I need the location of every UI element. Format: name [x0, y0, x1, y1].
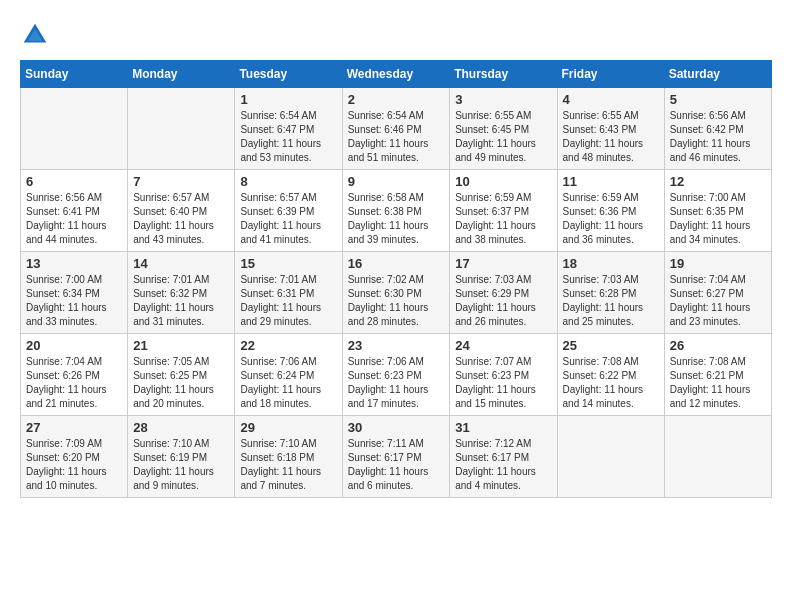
day-number: 15 [240, 256, 336, 271]
day-number: 27 [26, 420, 122, 435]
header-thursday: Thursday [450, 61, 557, 88]
day-info: Sunrise: 7:12 AMSunset: 6:17 PMDaylight:… [455, 437, 551, 493]
header-tuesday: Tuesday [235, 61, 342, 88]
day-number: 18 [563, 256, 659, 271]
calendar-cell: 8Sunrise: 6:57 AMSunset: 6:39 PMDaylight… [235, 170, 342, 252]
header-monday: Monday [128, 61, 235, 88]
day-info: Sunrise: 7:10 AMSunset: 6:18 PMDaylight:… [240, 437, 336, 493]
header-saturday: Saturday [664, 61, 771, 88]
calendar-cell: 21Sunrise: 7:05 AMSunset: 6:25 PMDayligh… [128, 334, 235, 416]
calendar-cell [128, 88, 235, 170]
day-info: Sunrise: 6:59 AMSunset: 6:37 PMDaylight:… [455, 191, 551, 247]
calendar-cell: 16Sunrise: 7:02 AMSunset: 6:30 PMDayligh… [342, 252, 450, 334]
day-number: 2 [348, 92, 445, 107]
day-number: 24 [455, 338, 551, 353]
header-sunday: Sunday [21, 61, 128, 88]
calendar-cell: 20Sunrise: 7:04 AMSunset: 6:26 PMDayligh… [21, 334, 128, 416]
calendar-cell: 6Sunrise: 6:56 AMSunset: 6:41 PMDaylight… [21, 170, 128, 252]
day-number: 7 [133, 174, 229, 189]
calendar-cell: 25Sunrise: 7:08 AMSunset: 6:22 PMDayligh… [557, 334, 664, 416]
logo [20, 20, 54, 50]
day-info: Sunrise: 7:04 AMSunset: 6:26 PMDaylight:… [26, 355, 122, 411]
logo-icon [20, 20, 50, 50]
week-row-1: 1Sunrise: 6:54 AMSunset: 6:47 PMDaylight… [21, 88, 772, 170]
calendar-cell: 10Sunrise: 6:59 AMSunset: 6:37 PMDayligh… [450, 170, 557, 252]
day-number: 30 [348, 420, 445, 435]
day-info: Sunrise: 7:00 AMSunset: 6:34 PMDaylight:… [26, 273, 122, 329]
day-number: 29 [240, 420, 336, 435]
calendar-cell: 11Sunrise: 6:59 AMSunset: 6:36 PMDayligh… [557, 170, 664, 252]
calendar-cell: 23Sunrise: 7:06 AMSunset: 6:23 PMDayligh… [342, 334, 450, 416]
day-number: 19 [670, 256, 766, 271]
day-number: 26 [670, 338, 766, 353]
day-info: Sunrise: 7:07 AMSunset: 6:23 PMDaylight:… [455, 355, 551, 411]
calendar-cell [557, 416, 664, 498]
day-number: 28 [133, 420, 229, 435]
day-info: Sunrise: 6:54 AMSunset: 6:47 PMDaylight:… [240, 109, 336, 165]
calendar-cell: 2Sunrise: 6:54 AMSunset: 6:46 PMDaylight… [342, 88, 450, 170]
day-number: 17 [455, 256, 551, 271]
calendar-cell: 14Sunrise: 7:01 AMSunset: 6:32 PMDayligh… [128, 252, 235, 334]
day-number: 23 [348, 338, 445, 353]
day-number: 20 [26, 338, 122, 353]
calendar-cell: 15Sunrise: 7:01 AMSunset: 6:31 PMDayligh… [235, 252, 342, 334]
calendar-cell: 22Sunrise: 7:06 AMSunset: 6:24 PMDayligh… [235, 334, 342, 416]
day-info: Sunrise: 7:06 AMSunset: 6:23 PMDaylight:… [348, 355, 445, 411]
day-info: Sunrise: 6:56 AMSunset: 6:42 PMDaylight:… [670, 109, 766, 165]
day-number: 4 [563, 92, 659, 107]
day-info: Sunrise: 7:08 AMSunset: 6:21 PMDaylight:… [670, 355, 766, 411]
calendar-cell: 3Sunrise: 6:55 AMSunset: 6:45 PMDaylight… [450, 88, 557, 170]
day-info: Sunrise: 7:02 AMSunset: 6:30 PMDaylight:… [348, 273, 445, 329]
day-info: Sunrise: 6:57 AMSunset: 6:40 PMDaylight:… [133, 191, 229, 247]
day-number: 13 [26, 256, 122, 271]
header-friday: Friday [557, 61, 664, 88]
calendar-cell: 26Sunrise: 7:08 AMSunset: 6:21 PMDayligh… [664, 334, 771, 416]
day-info: Sunrise: 7:09 AMSunset: 6:20 PMDaylight:… [26, 437, 122, 493]
page-header [20, 20, 772, 50]
day-info: Sunrise: 6:59 AMSunset: 6:36 PMDaylight:… [563, 191, 659, 247]
calendar-cell: 9Sunrise: 6:58 AMSunset: 6:38 PMDaylight… [342, 170, 450, 252]
day-info: Sunrise: 7:01 AMSunset: 6:31 PMDaylight:… [240, 273, 336, 329]
calendar-cell [21, 88, 128, 170]
day-info: Sunrise: 6:55 AMSunset: 6:43 PMDaylight:… [563, 109, 659, 165]
day-info: Sunrise: 7:03 AMSunset: 6:29 PMDaylight:… [455, 273, 551, 329]
day-info: Sunrise: 6:54 AMSunset: 6:46 PMDaylight:… [348, 109, 445, 165]
day-number: 25 [563, 338, 659, 353]
day-info: Sunrise: 6:58 AMSunset: 6:38 PMDaylight:… [348, 191, 445, 247]
day-info: Sunrise: 7:10 AMSunset: 6:19 PMDaylight:… [133, 437, 229, 493]
calendar-table: SundayMondayTuesdayWednesdayThursdayFrid… [20, 60, 772, 498]
day-number: 10 [455, 174, 551, 189]
calendar-cell [664, 416, 771, 498]
day-number: 3 [455, 92, 551, 107]
calendar-cell: 17Sunrise: 7:03 AMSunset: 6:29 PMDayligh… [450, 252, 557, 334]
day-number: 31 [455, 420, 551, 435]
day-number: 6 [26, 174, 122, 189]
day-info: Sunrise: 7:08 AMSunset: 6:22 PMDaylight:… [563, 355, 659, 411]
calendar-cell: 19Sunrise: 7:04 AMSunset: 6:27 PMDayligh… [664, 252, 771, 334]
day-info: Sunrise: 7:06 AMSunset: 6:24 PMDaylight:… [240, 355, 336, 411]
day-number: 9 [348, 174, 445, 189]
day-info: Sunrise: 7:05 AMSunset: 6:25 PMDaylight:… [133, 355, 229, 411]
week-row-3: 13Sunrise: 7:00 AMSunset: 6:34 PMDayligh… [21, 252, 772, 334]
calendar-cell: 18Sunrise: 7:03 AMSunset: 6:28 PMDayligh… [557, 252, 664, 334]
day-number: 22 [240, 338, 336, 353]
day-number: 14 [133, 256, 229, 271]
day-info: Sunrise: 7:00 AMSunset: 6:35 PMDaylight:… [670, 191, 766, 247]
day-info: Sunrise: 6:56 AMSunset: 6:41 PMDaylight:… [26, 191, 122, 247]
calendar-cell: 7Sunrise: 6:57 AMSunset: 6:40 PMDaylight… [128, 170, 235, 252]
day-info: Sunrise: 6:55 AMSunset: 6:45 PMDaylight:… [455, 109, 551, 165]
day-number: 11 [563, 174, 659, 189]
calendar-cell: 5Sunrise: 6:56 AMSunset: 6:42 PMDaylight… [664, 88, 771, 170]
calendar-cell: 24Sunrise: 7:07 AMSunset: 6:23 PMDayligh… [450, 334, 557, 416]
day-info: Sunrise: 7:04 AMSunset: 6:27 PMDaylight:… [670, 273, 766, 329]
calendar-cell: 30Sunrise: 7:11 AMSunset: 6:17 PMDayligh… [342, 416, 450, 498]
calendar-cell: 31Sunrise: 7:12 AMSunset: 6:17 PMDayligh… [450, 416, 557, 498]
calendar-cell: 29Sunrise: 7:10 AMSunset: 6:18 PMDayligh… [235, 416, 342, 498]
day-number: 21 [133, 338, 229, 353]
day-info: Sunrise: 6:57 AMSunset: 6:39 PMDaylight:… [240, 191, 336, 247]
calendar-cell: 4Sunrise: 6:55 AMSunset: 6:43 PMDaylight… [557, 88, 664, 170]
day-info: Sunrise: 7:01 AMSunset: 6:32 PMDaylight:… [133, 273, 229, 329]
calendar-cell: 12Sunrise: 7:00 AMSunset: 6:35 PMDayligh… [664, 170, 771, 252]
calendar-cell: 27Sunrise: 7:09 AMSunset: 6:20 PMDayligh… [21, 416, 128, 498]
calendar-cell: 1Sunrise: 6:54 AMSunset: 6:47 PMDaylight… [235, 88, 342, 170]
